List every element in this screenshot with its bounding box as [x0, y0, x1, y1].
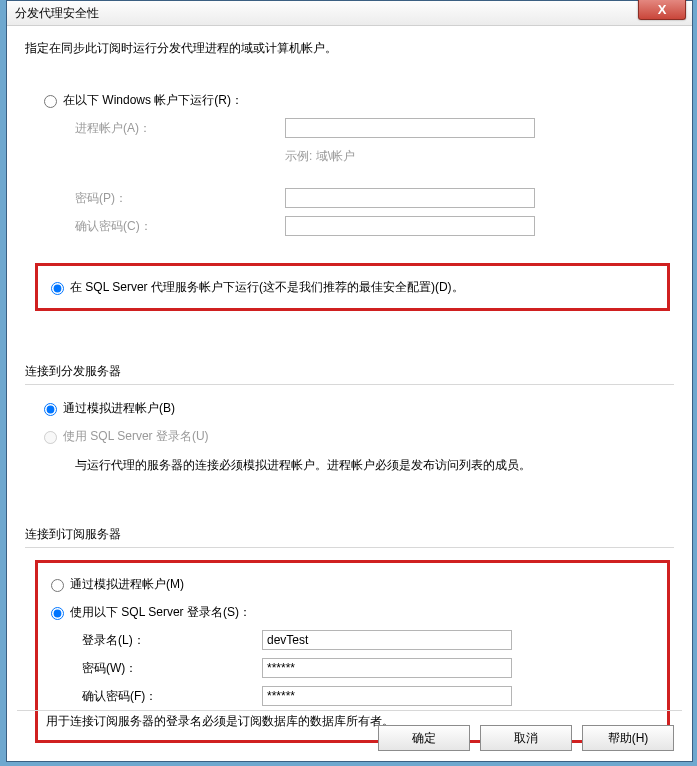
radio-sub-sql[interactable]	[51, 607, 64, 620]
radio-windows-account-label: 在以下 Windows 帐户下运行(R)：	[63, 92, 243, 109]
password-label: 密码(P)：	[75, 190, 285, 207]
process-account-input	[285, 118, 535, 138]
ok-button-label: 确定	[412, 730, 436, 747]
window-title: 分发代理安全性	[15, 5, 99, 22]
radio-sub-impersonate-label: 通过模拟进程帐户(M)	[70, 576, 184, 593]
radio-sql-agent[interactable]	[51, 282, 64, 295]
sub-confirm-label: 确认密码(F)：	[82, 688, 262, 705]
confirm-password-input	[285, 216, 535, 236]
radio-sql-agent-label: 在 SQL Server 代理服务帐户下运行(这不是我们推荐的最佳安全配置)(D…	[70, 279, 464, 296]
radio-sub-sql-row[interactable]: 使用以下 SQL Server 登录名(S)：	[46, 601, 659, 623]
confirm-password-label: 确认密码(C)：	[75, 218, 285, 235]
dialog-body: 指定在同步此订阅时运行分发代理进程的域或计算机帐户。 在以下 Windows 帐…	[7, 26, 692, 743]
help-button-label: 帮助(H)	[608, 730, 649, 747]
connect-sub-title: 连接到订阅服务器	[25, 526, 674, 543]
login-input[interactable]	[262, 630, 512, 650]
process-account-label: 进程帐户(A)：	[75, 120, 285, 137]
dist-note: 与运行代理的服务器的连接必须模拟进程帐户。进程帐户必须是发布访问列表的成员。	[75, 457, 674, 474]
password-input	[285, 188, 535, 208]
radio-dist-sql-label: 使用 SQL Server 登录名(U)	[63, 428, 209, 445]
divider	[25, 547, 674, 548]
button-divider	[17, 710, 682, 711]
radio-dist-sql-row: 使用 SQL Server 登录名(U)	[39, 425, 674, 447]
sql-agent-highlight: 在 SQL Server 代理服务帐户下运行(这不是我们推荐的最佳安全配置)(D…	[35, 263, 670, 311]
radio-dist-sql	[44, 431, 57, 444]
titlebar: 分发代理安全性 X	[7, 1, 692, 26]
radio-dist-impersonate[interactable]	[44, 403, 57, 416]
subscriber-highlight: 通过模拟进程帐户(M) 使用以下 SQL Server 登录名(S)： 登录名(…	[35, 560, 670, 743]
sub-password-input[interactable]	[262, 658, 512, 678]
radio-sub-impersonate[interactable]	[51, 579, 64, 592]
cancel-button[interactable]: 取消	[480, 725, 572, 751]
radio-dist-impersonate-label: 通过模拟进程帐户(B)	[63, 400, 175, 417]
radio-sub-sql-label: 使用以下 SQL Server 登录名(S)：	[70, 604, 251, 621]
radio-sql-agent-row[interactable]: 在 SQL Server 代理服务帐户下运行(这不是我们推荐的最佳安全配置)(D…	[46, 276, 659, 298]
button-bar: 确定 取消 帮助(H)	[378, 725, 674, 751]
radio-sub-impersonate-row[interactable]: 通过模拟进程帐户(M)	[46, 573, 659, 595]
ok-button[interactable]: 确定	[378, 725, 470, 751]
example-text: 示例: 域\帐户	[285, 148, 355, 165]
dialog-window: 分发代理安全性 X 指定在同步此订阅时运行分发代理进程的域或计算机帐户。 在以下…	[6, 0, 693, 762]
radio-windows-account-row[interactable]: 在以下 Windows 帐户下运行(R)：	[39, 89, 674, 111]
divider	[25, 384, 674, 385]
intro-text: 指定在同步此订阅时运行分发代理进程的域或计算机帐户。	[25, 40, 674, 57]
radio-windows-account[interactable]	[44, 95, 57, 108]
sub-password-label: 密码(W)：	[82, 660, 262, 677]
connect-dist-title: 连接到分发服务器	[25, 363, 674, 380]
radio-dist-impersonate-row[interactable]: 通过模拟进程帐户(B)	[39, 397, 674, 419]
close-button[interactable]: X	[638, 0, 686, 20]
close-icon: X	[658, 2, 667, 17]
login-label: 登录名(L)：	[82, 632, 262, 649]
sub-confirm-input[interactable]	[262, 686, 512, 706]
cancel-button-label: 取消	[514, 730, 538, 747]
help-button[interactable]: 帮助(H)	[582, 725, 674, 751]
